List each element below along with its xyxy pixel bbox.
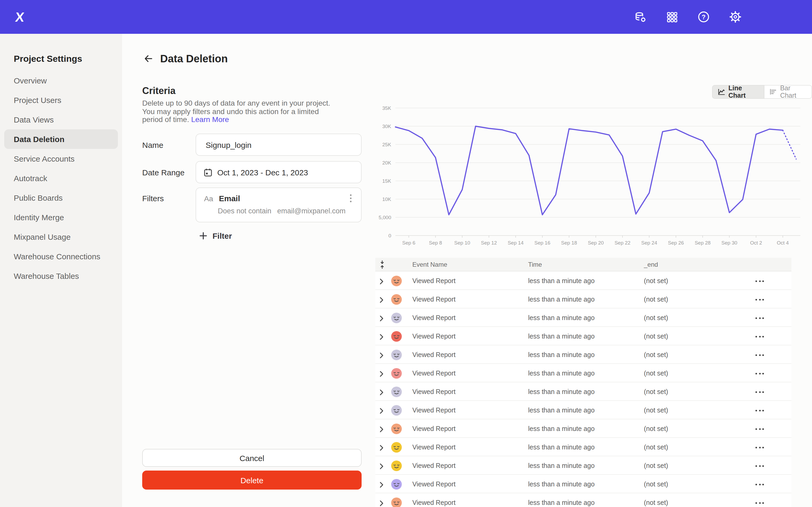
sidebar-item-overview[interactable]: Overview <box>0 71 122 90</box>
expand-row-icon[interactable] <box>379 388 384 398</box>
table-row[interactable]: Viewed Report less than a minute ago (no… <box>375 438 792 456</box>
sidebar-item-mixpanel-usage[interactable]: Mixpanel Usage <box>0 227 122 247</box>
sidebar-item-warehouse-tables[interactable]: Warehouse Tables <box>0 266 122 286</box>
table-row[interactable]: Viewed Report less than a minute ago (no… <box>375 382 792 401</box>
events-line-chart[interactable]: 05,00010K15K20K25K30K35KSep 6Sep 8Sep 10… <box>372 100 807 259</box>
expand-row-icon[interactable] <box>379 277 384 287</box>
avatar <box>391 479 402 489</box>
expand-row-icon[interactable] <box>379 425 384 435</box>
expand-row-icon[interactable] <box>379 499 384 507</box>
expand-row-icon[interactable] <box>379 444 384 453</box>
help-icon[interactable]: ? <box>697 10 711 24</box>
add-filter-label: Filter <box>212 231 232 240</box>
expand-row-icon[interactable] <box>379 333 384 342</box>
sidebar-item-data-deletion[interactable]: Data Deletion <box>4 129 118 149</box>
filter-menu-icon[interactable] <box>347 193 355 203</box>
table-row[interactable]: Viewed Report less than a minute ago (no… <box>375 345 792 364</box>
table-row[interactable]: Viewed Report less than a minute ago (no… <box>375 290 792 308</box>
time-cell: less than a minute ago <box>528 290 595 308</box>
filter-operator[interactable]: Does not contain <box>218 207 271 215</box>
bar-chart-toggle[interactable]: Bar Chart <box>764 85 812 99</box>
filter-value[interactable]: email@mixpanel.com <box>277 207 346 215</box>
sort-icon[interactable] <box>378 258 386 272</box>
svg-text:20K: 20K <box>382 160 391 166</box>
table-row[interactable]: Viewed Report less than a minute ago (no… <box>375 475 792 493</box>
row-menu-icon[interactable] <box>754 279 765 284</box>
event-name-cell: Viewed Report <box>412 327 456 345</box>
svg-text:Oct 4: Oct 4 <box>777 240 789 245</box>
settings-gear-icon[interactable] <box>728 10 742 24</box>
expand-row-icon[interactable] <box>379 296 384 305</box>
svg-text:Sep 20: Sep 20 <box>588 240 604 245</box>
row-menu-icon[interactable] <box>754 297 765 302</box>
expand-row-icon[interactable] <box>379 351 384 361</box>
line-chart-toggle[interactable]: Line Chart <box>712 85 764 99</box>
svg-text:Sep 6: Sep 6 <box>402 240 415 245</box>
add-filter-button[interactable]: Filter <box>199 231 232 240</box>
row-menu-icon[interactable] <box>754 334 765 339</box>
delete-button[interactable]: Delete <box>142 470 362 490</box>
table-row[interactable]: Viewed Report less than a minute ago (no… <box>375 456 792 475</box>
sidebar-nav: OverviewProject UsersData ViewsData Dele… <box>0 71 122 286</box>
row-menu-icon[interactable] <box>754 408 765 413</box>
table-row[interactable]: Viewed Report less than a minute ago (no… <box>375 401 792 419</box>
expand-row-icon[interactable] <box>379 407 384 416</box>
cancel-button[interactable]: Cancel <box>142 449 362 467</box>
table-row[interactable]: Viewed Report less than a minute ago (no… <box>375 364 792 382</box>
plus-icon <box>199 232 207 240</box>
row-menu-icon[interactable] <box>754 316 765 321</box>
svg-text:Sep 24: Sep 24 <box>641 240 657 245</box>
row-menu-icon[interactable] <box>754 427 765 432</box>
line-chart-label: Line Chart <box>728 84 759 99</box>
expand-row-icon[interactable] <box>379 462 384 471</box>
event-name-cell: Viewed Report <box>412 382 456 401</box>
svg-text:Oct 2: Oct 2 <box>750 240 762 245</box>
column-header-event-name[interactable]: Event Name <box>412 258 447 272</box>
row-menu-icon[interactable] <box>754 371 765 376</box>
back-button[interactable] <box>144 54 153 63</box>
time-cell: less than a minute ago <box>528 345 595 364</box>
svg-text:Sep 10: Sep 10 <box>454 240 470 245</box>
row-menu-icon[interactable] <box>754 501 765 505</box>
expand-row-icon[interactable] <box>379 370 384 379</box>
svg-text:Sep 22: Sep 22 <box>615 240 630 245</box>
sidebar-item-data-views[interactable]: Data Views <box>0 110 122 129</box>
row-menu-icon[interactable] <box>754 445 765 450</box>
end-cell: (not set) <box>644 456 668 475</box>
table-row[interactable]: Viewed Report less than a minute ago (no… <box>375 419 792 438</box>
column-header-time[interactable]: Time <box>528 258 542 272</box>
sidebar-item-project-users[interactable]: Project Users <box>0 90 122 110</box>
table-row[interactable]: Viewed Report less than a minute ago (no… <box>375 272 792 290</box>
row-menu-icon[interactable] <box>754 390 765 395</box>
table-row[interactable]: Viewed Report less than a minute ago (no… <box>375 308 792 327</box>
svg-text:Sep 30: Sep 30 <box>721 240 737 245</box>
sidebar-item-autotrack[interactable]: Autotrack <box>0 168 122 188</box>
expand-row-icon[interactable] <box>379 314 384 324</box>
name-input[interactable] <box>196 133 362 156</box>
date-range-value: Oct 1, 2023 - Dec 1, 2023 <box>217 168 308 177</box>
data-management-icon[interactable] <box>633 10 647 24</box>
row-menu-icon[interactable] <box>754 464 765 468</box>
svg-text:Sep 26: Sep 26 <box>668 240 684 245</box>
date-range-input[interactable]: Oct 1, 2023 - Dec 1, 2023 <box>196 161 362 183</box>
table-row[interactable]: Viewed Report less than a minute ago (no… <box>375 327 792 345</box>
time-cell: less than a minute ago <box>528 272 595 290</box>
sidebar-item-warehouse-connections[interactable]: Warehouse Connections <box>0 247 122 266</box>
filter-property[interactable]: Email <box>219 194 240 203</box>
sidebar-item-public-boards[interactable]: Public Boards <box>0 188 122 208</box>
sidebar-item-service-accounts[interactable]: Service Accounts <box>0 149 122 168</box>
row-menu-icon[interactable] <box>754 353 765 357</box>
end-cell: (not set) <box>644 401 668 419</box>
event-name-cell: Viewed Report <box>412 438 456 456</box>
expand-row-icon[interactable] <box>379 481 384 490</box>
sidebar-item-identity-merge[interactable]: Identity Merge <box>0 208 122 227</box>
apps-grid-icon[interactable] <box>665 10 679 24</box>
avatar <box>391 386 402 397</box>
svg-text:35K: 35K <box>382 105 391 111</box>
page-title: Data Deletion <box>160 53 228 65</box>
table-row[interactable]: Viewed Report less than a minute ago (no… <box>375 493 792 507</box>
learn-more-link[interactable]: Learn More <box>191 115 229 124</box>
row-menu-icon[interactable] <box>754 482 765 487</box>
mixpanel-logo[interactable]: X <box>14 9 25 24</box>
column-header-end[interactable]: _end <box>644 258 658 272</box>
